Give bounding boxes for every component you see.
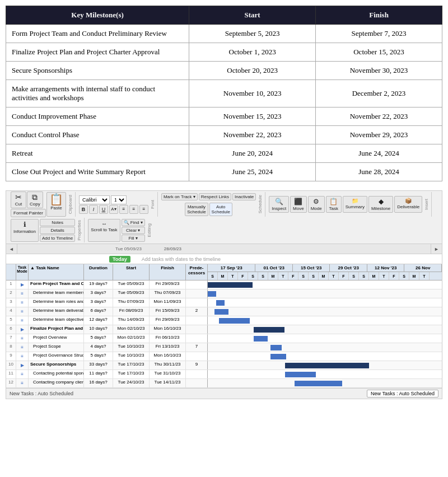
align-left-button[interactable]: ≡ — [119, 205, 128, 214]
gantt-right-row — [208, 379, 442, 387]
cell-duration: 6 days? — [84, 307, 113, 316]
clipboard-group: ✂Cut ⧉Copy Format Painter 📋Paste Clipboa… — [8, 192, 76, 217]
summary-button[interactable]: 📁Summary — [343, 196, 367, 213]
gantt-row[interactable]: 7 ≡ Project Overview 5 days? Mon 02/10/2… — [6, 334, 442, 343]
scroll-to-task-button[interactable]: ↔Scroll to Task — [88, 219, 120, 242]
information-button[interactable]: ℹInformation — [11, 219, 39, 242]
underline-button[interactable]: U — [99, 205, 108, 214]
mark-on-track-button[interactable]: Mark on Track ▾ — [161, 193, 198, 200]
gantt-left-row: 4 ≡ Determine team deliverables 6 days? … — [6, 307, 208, 316]
start-cell: September 5, 2023 — [189, 25, 316, 43]
gantt-row[interactable]: 12 ≡ Contacting company clients 16 days?… — [6, 379, 442, 388]
gantt-row[interactable]: 10 ▶ Secure Sponsorships 33 days? Tue 17… — [6, 361, 442, 370]
cell-name: Contacting potential sponsors — [29, 370, 84, 378]
table-row: Finalize Project Plan and Project Charte… — [6, 43, 442, 62]
align-right-button[interactable]: ≡ — [139, 205, 148, 214]
gantt-bar — [270, 345, 282, 350]
format-painter-button[interactable]: Format Painter — [11, 209, 46, 217]
cell-mode: ≡ — [16, 307, 29, 316]
milestone-cell: Retreat — [6, 144, 189, 163]
col-name-header: ▲ Task Name — [29, 264, 84, 280]
scroll-left-btn[interactable]: ◄ — [6, 244, 17, 254]
finish-cell: December 2, 2023 — [316, 80, 442, 107]
w13: T — [329, 272, 339, 280]
size-selector[interactable]: 11 — [111, 195, 127, 204]
gantt-row[interactable]: 8 ≡ Project Scope 4 days? Tue 10/10/23 F… — [6, 343, 442, 352]
schedule-group: Mark on Track ▾ Respect Links Inactivate… — [159, 192, 265, 217]
w20: S — [399, 272, 409, 280]
gantt-row[interactable]: 11 ≡ Contacting potential sponsors 11 da… — [6, 370, 442, 379]
cell-id: 5 — [6, 316, 16, 325]
w14: F — [339, 272, 349, 280]
manually-button[interactable]: ManuallySchedule — [185, 203, 208, 216]
cell-mode: ≡ — [16, 379, 29, 387]
italic-button[interactable]: I — [89, 205, 98, 214]
milestone-button[interactable]: ◆Milestone — [368, 196, 393, 213]
cut-button[interactable]: ✂Cut — [11, 191, 26, 208]
cell-mode: ≡ — [16, 334, 29, 343]
mode-button[interactable]: ⚙Mode — [308, 196, 325, 213]
notes-button[interactable]: Notes — [40, 219, 75, 226]
w19: F — [389, 272, 399, 280]
new-tasks-tab[interactable]: New Tasks : Auto Scheduled — [367, 390, 438, 398]
table-row: Form Project Team and Conduct Preliminar… — [6, 25, 442, 43]
cell-start: Tue 24/10/23 — [113, 379, 150, 387]
move-button[interactable]: ⬛Move — [290, 196, 307, 213]
clear-button[interactable]: Clear ▾ — [122, 227, 145, 234]
finish-cell: November 29, 2023 — [316, 126, 442, 144]
font-color-button[interactable]: A▾ — [109, 205, 118, 214]
add-to-timeline-button[interactable]: Add to Timeline — [40, 235, 75, 242]
start-cell: November 10, 2023 — [189, 80, 316, 107]
auto-schedule-button[interactable]: AutoSchedule — [209, 203, 232, 216]
inspect-button[interactable]: 🔍Inspect — [269, 196, 289, 213]
gantt-bar-container — [208, 325, 442, 334]
task-button[interactable]: 📋Task — [326, 196, 342, 213]
w16: S — [359, 272, 369, 280]
cell-start: Thu 07/09/23 — [113, 298, 150, 307]
cell-id: 7 — [6, 334, 16, 343]
month-labels: 17 Sep '23 01 Oct '23 15 Oct '23 29 Oct … — [208, 264, 442, 272]
start-cell: November 15, 2023 — [189, 107, 316, 126]
col-finish-header: Finish — [150, 264, 186, 280]
cell-mode: ≡ — [16, 289, 29, 298]
gantt-row[interactable]: 4 ≡ Determine team deliverables 6 days? … — [6, 307, 442, 316]
gantt-left-row: 12 ≡ Contacting company clients 16 days?… — [6, 379, 208, 387]
milestone-cell: Close Out Project and Write Summary Repo… — [6, 163, 189, 181]
w4: F — [238, 272, 248, 280]
inactivate-button[interactable]: Inactivate — [232, 193, 256, 200]
deliverable-button[interactable]: 📦Deliverable — [394, 196, 422, 213]
bold-button[interactable]: B — [79, 205, 88, 214]
gantt-row[interactable]: 3 ≡ Determine team roles and responsibil… — [6, 298, 442, 307]
find-button[interactable]: 🔍 Find ▾ — [122, 219, 145, 226]
font-selector[interactable]: Calibri — [79, 195, 110, 204]
cell-id: 9 — [6, 352, 16, 361]
fill-button[interactable]: Fill ▾ — [122, 235, 145, 242]
today-button[interactable]: Today — [109, 256, 130, 263]
gantt-row[interactable]: 9 ≡ Project Governance Structure 5 days?… — [6, 352, 442, 361]
respect-links-button[interactable]: Respect Links — [199, 193, 231, 200]
finish-cell: June 24, 2024 — [316, 144, 442, 163]
gantt-bar — [216, 300, 225, 306]
col-pred-header: Prede-cessors — [186, 264, 207, 280]
col-duration-header: Duration — [84, 264, 113, 280]
gantt-row[interactable]: 1 ▶ Form Project Team and Conduct Prelim… — [6, 280, 442, 289]
gantt-row[interactable]: 6 ▶ Finalize Project Plan and Project Ch… — [6, 325, 442, 334]
cell-pred — [186, 379, 207, 387]
copy-button[interactable]: ⧉Copy — [27, 191, 43, 208]
align-center-button[interactable]: ≡ — [129, 205, 138, 214]
month-oct1: 01 Oct '23 — [255, 264, 293, 272]
gantt-row[interactable]: 5 ≡ Determine team objectives and goals … — [6, 316, 442, 325]
scroll-right-btn[interactable]: ► — [431, 244, 442, 254]
w11: S — [309, 272, 319, 280]
gantt-bar-container — [208, 307, 442, 316]
cell-name: Determine team deliverables — [29, 307, 84, 316]
gantt-left-row: 6 ▶ Finalize Project Plan and Project Ch… — [6, 325, 208, 334]
milestone-table: Key Milestone(s) Start Finish Form Proje… — [6, 6, 442, 181]
paste-button[interactable]: 📋Paste — [46, 192, 66, 217]
month-sep: 17 Sep '23 — [208, 264, 255, 272]
details-button[interactable]: Details — [40, 227, 75, 234]
gantt-row[interactable]: 2 ≡ Determine team members 3 days? Tue 0… — [6, 289, 442, 298]
new-tasks-label: New Tasks : Auto Scheduled — [10, 391, 73, 396]
gantt-right-row — [208, 316, 442, 325]
gantt-left-row: 3 ≡ Determine team roles and responsibil… — [6, 298, 208, 307]
